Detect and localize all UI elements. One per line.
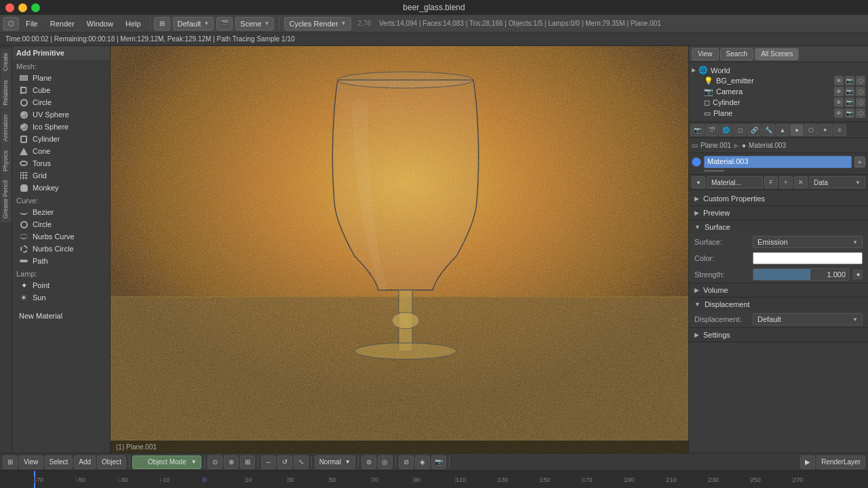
settings-header[interactable]: ▶ Settings: [689, 328, 868, 342]
snap-magnet-icon[interactable]: ⊚: [361, 455, 376, 469]
mesh-cylinder[interactable]: Cylinder: [12, 133, 110, 145]
texture-props-icon[interactable]: ⬡: [804, 124, 818, 136]
lamp-point[interactable]: ✦ Point: [12, 279, 110, 291]
vis-eye-btn[interactable]: 👁: [834, 87, 844, 96]
screen-layout-dropdown[interactable]: Default ▼: [173, 17, 214, 30]
render-props-icon[interactable]: 📷: [690, 124, 704, 136]
vis-camera-btn[interactable]: 📷: [845, 76, 854, 85]
material-sphere-icon[interactable]: ●: [692, 176, 705, 188]
curve-nurbs-circle[interactable]: Nurbs Circle: [12, 243, 110, 255]
tree-cylinder[interactable]: ◻ Cylinder 👁 📷 ⬡: [689, 97, 868, 108]
mesh-grid[interactable]: Grid: [12, 169, 110, 182]
normal-dropdown[interactable]: Normal ▼: [315, 455, 355, 469]
vis-eye-btn[interactable]: 👁: [834, 76, 844, 85]
world-props-icon[interactable]: 🌐: [719, 124, 732, 136]
volume-header[interactable]: ▶ Volume: [689, 283, 868, 297]
modifier-props-icon[interactable]: 🔧: [762, 124, 775, 136]
vis-camera-btn[interactable]: 📷: [845, 87, 854, 96]
screen-layout-icon[interactable]: ⊞: [154, 17, 170, 30]
curve-circle[interactable]: Circle: [12, 218, 110, 230]
vis-render-btn[interactable]: ⬡: [856, 98, 865, 107]
vis-render-btn[interactable]: ⬡: [856, 87, 865, 96]
overlay-icon[interactable]: ⊘: [399, 455, 414, 469]
scene-props-icon[interactable]: 🎬: [705, 124, 718, 136]
add-menu[interactable]: Add: [74, 455, 96, 469]
constraint-props-icon[interactable]: 🔗: [747, 124, 761, 136]
strength-slider[interactable]: 1.000: [753, 268, 849, 281]
displacement-dropdown[interactable]: Default ▼: [753, 313, 863, 325]
material-add-button[interactable]: +: [854, 157, 865, 167]
strength-keyframe-btn[interactable]: ◆: [853, 270, 863, 279]
curve-path[interactable]: Path: [12, 255, 110, 267]
material-dropdown[interactable]: Material...: [707, 176, 763, 188]
tab-grease-pencil[interactable]: Grease Pencil: [1, 176, 12, 223]
viewport-icon[interactable]: ⊞: [3, 455, 18, 469]
viewport[interactable]: (1) Plane.001: [111, 46, 688, 453]
vis-camera-btn[interactable]: 📷: [845, 108, 854, 118]
data-dropdown[interactable]: Data ▼: [809, 176, 865, 188]
menu-render[interactable]: Render: [45, 17, 80, 30]
tab-animation[interactable]: Animation: [1, 110, 12, 146]
scale-icon[interactable]: ⤡: [294, 455, 309, 469]
mesh-plane[interactable]: Plane: [12, 72, 110, 84]
blender-icon[interactable]: ⬡: [3, 17, 19, 30]
mesh-uv-sphere[interactable]: UV Sphere: [12, 108, 110, 121]
vis-camera-btn[interactable]: 📷: [845, 98, 854, 107]
color-picker[interactable]: [753, 252, 863, 264]
physics-props-icon[interactable]: ⚛: [833, 124, 846, 136]
camera-view-icon[interactable]: 📷: [431, 455, 446, 469]
mesh-cone[interactable]: Cone: [12, 145, 110, 157]
menu-help[interactable]: Help: [120, 17, 146, 30]
vis-eye-btn[interactable]: 👁: [834, 98, 844, 107]
window-controls[interactable]: [5, 3, 40, 12]
custom-props-header[interactable]: ▶ Custom Properties: [689, 192, 868, 205]
minimize-button[interactable]: [18, 3, 27, 12]
data-props-icon[interactable]: ▲: [776, 124, 789, 136]
lamp-sun[interactable]: ☀ Sun: [12, 291, 110, 304]
proportional-edit-icon[interactable]: ◎: [378, 455, 393, 469]
rotate-icon[interactable]: ↺: [277, 455, 292, 469]
displacement-header[interactable]: ▼ Displacement: [689, 298, 868, 311]
xray-icon[interactable]: ◈: [415, 455, 430, 469]
object-menu[interactable]: Object: [97, 455, 126, 469]
all-scenes-btn[interactable]: All Scenes: [755, 48, 799, 60]
tab-create[interactable]: Create: [1, 49, 12, 75]
tree-camera[interactable]: 📷 Camera 👁 📷 ⬡: [689, 86, 868, 97]
object-props-icon[interactable]: ◻: [733, 124, 747, 136]
global-local-btn[interactable]: ⊙: [208, 455, 222, 469]
view-menu[interactable]: View: [19, 455, 43, 469]
mesh-circle[interactable]: Circle: [12, 96, 110, 108]
surface-header[interactable]: ▼ Surface: [689, 220, 868, 234]
pivot-btn[interactable]: ⊕: [224, 455, 239, 469]
material-props-icon[interactable]: ●: [790, 124, 804, 136]
tree-plane[interactable]: ▭ Plane 👁 📷 ⬡: [689, 108, 868, 119]
sidebar-header[interactable]: Add Primitive: [12, 46, 110, 60]
close-button[interactable]: [5, 3, 14, 12]
preview-header[interactable]: ▶ Preview: [689, 206, 868, 220]
mat-f-btn[interactable]: F: [764, 176, 778, 188]
search-btn[interactable]: Search: [720, 48, 754, 60]
mat-add-icon[interactable]: +: [779, 176, 793, 188]
surface-dropdown[interactable]: Emission ▼: [753, 236, 863, 248]
maximize-button[interactable]: [31, 3, 40, 12]
tab-relations[interactable]: Relations: [1, 76, 12, 110]
render-layer-icon[interactable]: ▶: [800, 455, 815, 469]
select-menu[interactable]: Select: [45, 455, 73, 469]
menu-window[interactable]: Window: [81, 17, 119, 30]
tree-world[interactable]: ▶ 🌐 World: [689, 65, 868, 75]
translate-icon[interactable]: ↔: [261, 455, 276, 469]
mesh-monkey[interactable]: Monkey: [12, 182, 110, 194]
vis-eye-btn[interactable]: 👁: [834, 108, 844, 118]
render-layer-btn[interactable]: RenderLayer: [816, 455, 865, 469]
mode-dropdown[interactable]: Object Mode ▼: [132, 455, 201, 469]
scene-dropdown[interactable]: Scene ▼: [235, 17, 274, 30]
timeline[interactable]: -70 -50 -30 -10 0 10 30 50 70 90 110 130…: [0, 470, 868, 488]
curve-bezier[interactable]: Bezier: [12, 206, 110, 218]
tab-physics[interactable]: Physics: [1, 146, 12, 176]
manipulator-btn[interactable]: ⊞: [240, 455, 255, 469]
engine-dropdown[interactable]: Cycles Render ▼: [284, 17, 351, 30]
mat-delete-icon[interactable]: ✕: [794, 176, 808, 188]
menu-file[interactable]: File: [20, 17, 43, 30]
mesh-cube[interactable]: Cube: [12, 84, 110, 96]
particle-props-icon[interactable]: ✦: [818, 124, 832, 136]
